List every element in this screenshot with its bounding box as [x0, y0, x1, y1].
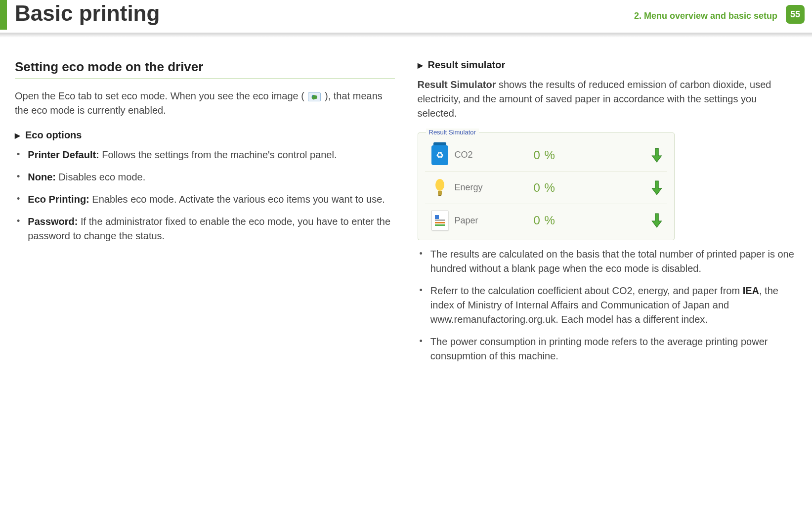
list-item: Printer Default: Follows the settings fr…: [17, 148, 395, 162]
subsection-result-simulator: ▶ Result simulator: [418, 59, 798, 71]
page-number: 55: [786, 5, 805, 24]
intro-paragraph: Open the Eco tab to set eco mode. When y…: [15, 89, 395, 118]
sim-value: 0 %: [534, 181, 593, 195]
down-arrow-icon: [593, 180, 667, 196]
item-title: Eco Printing:: [28, 194, 89, 205]
document-icon: [425, 211, 455, 230]
svg-point-0: [435, 179, 444, 191]
item-title: Printer Default:: [28, 149, 99, 160]
list-item: Referr to the calculation coefficient ab…: [420, 284, 798, 327]
eco-mode-icon: [308, 92, 321, 101]
eco-options-list: Printer Default: Follows the settings fr…: [15, 148, 395, 243]
subsection-label: Eco options: [25, 130, 82, 141]
item-desc: If the administrator fixed to enable the…: [28, 216, 390, 241]
down-arrow-icon: [593, 147, 667, 163]
list-item: The results are calculated on the basis …: [420, 247, 798, 276]
sim-row-paper: Paper 0 %: [425, 204, 667, 237]
subsection-eco-options: ▶ Eco options: [15, 130, 395, 141]
list-item: Password: If the administrator fixed to …: [17, 215, 395, 243]
result-simulator-panel: Result Simulator CO2 0 % Energy 0 % Pape…: [418, 132, 675, 240]
list-item: Eco Printing: Enables eco mode. Activate…: [17, 192, 395, 207]
left-column: Setting eco mode on the driver Open the …: [15, 59, 395, 371]
lead-term: Result Simulator: [418, 79, 496, 90]
sim-value: 0 %: [534, 148, 593, 162]
accent-tab: [0, 0, 7, 30]
svg-rect-2: [438, 195, 441, 196]
item-desc: Enables eco mode. Activate the various e…: [89, 194, 385, 205]
list-item: None: Disables eco mode.: [17, 170, 395, 184]
chapter-label: 2. Menu overview and basic setup: [634, 11, 777, 21]
result-sim-paragraph: Result Simulator shows the results of re…: [418, 78, 798, 121]
sim-row-co2: CO2 0 %: [425, 139, 667, 172]
header-divider: [0, 33, 812, 38]
svg-rect-1: [438, 191, 442, 195]
item-title: None:: [28, 172, 56, 182]
right-column: ▶ Result simulator Result Simulator show…: [418, 59, 798, 371]
intro-text-a: Open the Eco tab to set eco mode. When y…: [15, 90, 304, 101]
sim-row-energy: Energy 0 %: [425, 172, 667, 204]
sim-value: 0 %: [534, 214, 593, 227]
triangle-bullet-icon: ▶: [418, 61, 423, 69]
sim-label: Energy: [455, 182, 534, 193]
notes-list: The results are calculated on the basis …: [418, 247, 798, 363]
item-desc: Follows the settings from the machine's …: [99, 149, 337, 160]
note-text-a: Referr to the calculation coefficient ab…: [430, 285, 743, 296]
item-title: Password:: [28, 216, 78, 227]
sim-label: Paper: [455, 216, 534, 226]
panel-title: Result Simulator: [426, 129, 479, 136]
page-title: Basic printing: [15, 1, 160, 26]
recycle-bin-icon: [425, 145, 455, 165]
note-term: IEA: [743, 285, 759, 296]
down-arrow-icon: [593, 213, 667, 228]
section-heading: Setting eco mode on the driver: [15, 59, 395, 79]
lightbulb-icon: [425, 178, 455, 198]
page-header: Basic printing 2. Menu overview and basi…: [0, 0, 812, 35]
sim-label: CO2: [455, 150, 534, 160]
list-item: The power consumption in printing mode r…: [420, 335, 798, 363]
triangle-bullet-icon: ▶: [15, 131, 20, 139]
subsection-label: Result simulator: [428, 59, 506, 71]
note-text: The results are calculated on the basis …: [430, 247, 797, 276]
note-text: The power consumption in printing mode r…: [430, 335, 797, 363]
item-desc: Disables eco mode.: [56, 172, 145, 182]
